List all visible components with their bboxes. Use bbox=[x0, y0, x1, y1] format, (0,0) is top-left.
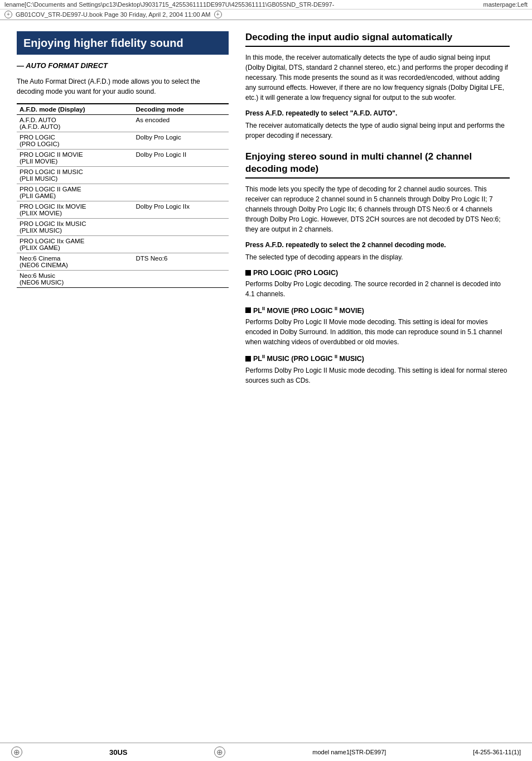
table-row: A.F.D. AUTO (A.F.D. AUTO)As encoded bbox=[17, 115, 229, 132]
top-bar-path: lename[C:\Documents and Settings\pc13\De… bbox=[4, 1, 334, 8]
right-section1-title: Decoding the input audio signal automati… bbox=[245, 31, 510, 47]
table-cell-decoding bbox=[133, 219, 229, 236]
right-section1-body2: The receiver automatically detects the t… bbox=[245, 121, 510, 141]
table-cell-decoding: Dolby Pro Logic II bbox=[133, 150, 229, 167]
left-subtitle: — AUTO FORMAT DIRECT bbox=[17, 61, 229, 70]
right-section2-instruction2: Press A.F.D. repeatedly to select the 2 … bbox=[245, 241, 510, 249]
black-square-icon bbox=[245, 270, 251, 276]
table-row: Neo:6 Music (NEO6 MUSIC) bbox=[17, 271, 229, 288]
crosshair-bottom-right bbox=[214, 746, 225, 758]
table-cell-decoding: Dolby Pro Logic IIx bbox=[133, 201, 229, 219]
left-column: Enjoying higher fidelity sound — AUTO FO… bbox=[17, 31, 229, 392]
subsection-label: PLII MOVIE (PRO LOGIC II MOVIE) bbox=[253, 306, 364, 315]
table-cell-mode: Neo:6 Cinema (NEO6 CINEMA) bbox=[17, 253, 133, 271]
right-section2-body2: The selected type of decoding appears in… bbox=[245, 252, 510, 262]
table-cell-mode: A.F.D. AUTO (A.F.D. AUTO) bbox=[17, 115, 133, 132]
main-content: Enjoying higher fidelity sound — AUTO FO… bbox=[0, 20, 532, 403]
table-cell-decoding bbox=[133, 271, 229, 288]
right-column: Decoding the input audio signal automati… bbox=[245, 31, 510, 392]
table-cell-mode: Neo:6 Music (NEO6 MUSIC) bbox=[17, 271, 133, 288]
table-cell-decoding: DTS Neo:6 bbox=[133, 253, 229, 271]
subsection-heading: PLII MUSIC (PRO LOGIC II MUSIC) bbox=[245, 354, 510, 363]
bottom-bar: 30US model name1[STR-DE997] [4-255-361-1… bbox=[0, 743, 532, 761]
table-cell-mode: PRO LOGIC (PRO LOGIC) bbox=[17, 132, 133, 150]
table-cell-mode: PRO LOGIC IIx MUSIC (PLIIX MUSIC) bbox=[17, 219, 133, 236]
subsection-body: Performs Dolby Pro Logic II Music mode d… bbox=[245, 365, 510, 386]
table-header-col1: A.F.D. mode (Display) bbox=[17, 104, 133, 115]
table-cell-decoding: Dolby Pro Logic bbox=[133, 132, 229, 150]
right-section1-instruction1: Press A.F.D. repeatedly to select "A.F.D… bbox=[245, 109, 510, 117]
table-cell-mode: PRO LOGIC II GAME (PLII GAME) bbox=[17, 184, 133, 201]
table-row: PRO LOGIC II MOVIE (PLII MOVIE)Dolby Pro… bbox=[17, 150, 229, 167]
right-section1-body1: In this mode, the receiver automatically… bbox=[245, 52, 510, 103]
table-header-col2: Decoding mode bbox=[133, 104, 229, 115]
left-section-heading: Enjoying higher fidelity sound bbox=[17, 31, 229, 55]
right-section2-body1: This mode lets you specify the type of d… bbox=[245, 184, 510, 234]
table-row: PRO LOGIC (PRO LOGIC)Dolby Pro Logic bbox=[17, 132, 229, 150]
table-cell-decoding: As encoded bbox=[133, 115, 229, 132]
top-bar: lename[C:\Documents and Settings\pc13\De… bbox=[0, 0, 532, 9]
subsection-heading: PLII MOVIE (PRO LOGIC II MOVIE) bbox=[245, 306, 510, 315]
table-cell-mode: PRO LOGIC II MUSIC (PLII MUSIC) bbox=[17, 167, 133, 184]
table-cell-mode: PRO LOGIC IIx MOVIE (PLIIX MOVIE) bbox=[17, 201, 133, 219]
footer-code: [4-255-361-11(1)] bbox=[473, 749, 521, 755]
table-row: PRO LOGIC IIx MOVIE (PLIIX MOVIE)Dolby P… bbox=[17, 201, 229, 219]
right-section2-title: Enjoying stereo sound in multi channel (… bbox=[245, 151, 510, 179]
table-cell-mode: PRO LOGIC IIx GAME (PLIIX GAME) bbox=[17, 236, 133, 253]
table-row: PRO LOGIC II MUSIC (PLII MUSIC) bbox=[17, 167, 229, 184]
sub-header: GB01COV_STR-DE997-U.book Page 30 Friday,… bbox=[0, 9, 532, 20]
footer-model: model name1[STR-DE997] bbox=[312, 749, 386, 755]
table-cell-decoding bbox=[133, 184, 229, 201]
left-body: The Auto Format Direct (A.F.D.) mode all… bbox=[17, 76, 229, 97]
table-cell-decoding bbox=[133, 167, 229, 184]
table-row: PRO LOGIC IIx MUSIC (PLIIX MUSIC) bbox=[17, 219, 229, 236]
subsection-heading: PRO LOGIC (PRO LOGIC) bbox=[245, 269, 510, 277]
crosshair-icon-right bbox=[214, 11, 222, 18]
black-square-icon bbox=[245, 356, 251, 362]
page-number: 30US bbox=[109, 748, 128, 757]
crosshair-icon-left bbox=[4, 11, 12, 18]
table-row: Neo:6 Cinema (NEO6 CINEMA)DTS Neo:6 bbox=[17, 253, 229, 271]
crosshair-bottom-left bbox=[11, 746, 22, 758]
black-square-icon bbox=[245, 307, 251, 313]
subsection-label: PRO LOGIC (PRO LOGIC) bbox=[253, 269, 338, 277]
subsections-container: PRO LOGIC (PRO LOGIC)Performs Dolby Pro … bbox=[245, 269, 510, 385]
top-bar-masterpage: masterpage:Left bbox=[483, 1, 528, 8]
table-cell-mode: PRO LOGIC II MOVIE (PLII MOVIE) bbox=[17, 150, 133, 167]
table-row: PRO LOGIC II GAME (PLII GAME) bbox=[17, 184, 229, 201]
subsection-body: Performs Dolby Pro Logic II Movie mode d… bbox=[245, 317, 510, 347]
sub-header-text: GB01COV_STR-DE997-U.book Page 30 Friday,… bbox=[16, 11, 211, 18]
subsection-label: PLII MUSIC (PRO LOGIC II MUSIC) bbox=[253, 354, 364, 363]
afd-table: A.F.D. mode (Display) Decoding mode A.F.… bbox=[17, 103, 229, 288]
subsection-body: Performs Dolby Pro Logic decoding. The s… bbox=[245, 279, 510, 299]
table-row: PRO LOGIC IIx GAME (PLIIX GAME) bbox=[17, 236, 229, 253]
table-cell-decoding bbox=[133, 236, 229, 253]
